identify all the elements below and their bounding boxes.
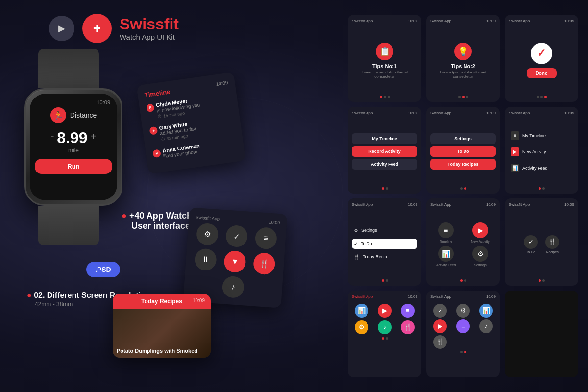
watch-run-icon: 🏃	[50, 107, 66, 123]
timeline-dot-1: +	[149, 126, 158, 135]
menu1-btn-record[interactable]: Record Activity	[352, 146, 417, 157]
tip2-dot-0	[458, 96, 461, 98]
wp-time-cc1: 10:09	[408, 294, 417, 299]
menu1-btn-feed[interactable]: Activity Feed	[352, 159, 417, 170]
icon-list-icon-0: ≡	[511, 131, 519, 140]
watch-band-bottom	[38, 206, 99, 245]
checklist-content: ⚙ Settings ✓ To Do 🍴 Today Recip.	[352, 210, 417, 279]
brand-text: Swissfit Watch App UI Kit	[120, 16, 179, 41]
cc2-btn-5[interactable]: ♪	[479, 319, 493, 333]
tip2-icon: 💡	[454, 43, 472, 60]
ig-item-3[interactable]: ⚙ Settings	[465, 246, 496, 267]
radial-btn-list[interactable]: ≡	[254, 227, 277, 250]
wp-time-done: 10:09	[564, 19, 574, 23]
watch-minus: -	[51, 131, 54, 142]
cc1-dot-0	[382, 337, 384, 340]
preview-color-circles2: Swissfit App 10:09 ✓ ⚙ 📊 ▶ ≡ ♪ 🍴	[426, 291, 500, 378]
done-dot-1	[540, 96, 543, 98]
plus-button[interactable]: +	[82, 14, 112, 43]
wp-header-todo: Swissfit App 10:09	[509, 202, 574, 207]
radial-btn-fork[interactable]: 🍴	[253, 252, 276, 275]
icon-list-item-2[interactable]: 📊 Activity Feed	[509, 162, 574, 174]
cc1-btn-4[interactable]: ♪	[378, 320, 392, 334]
wp-time-tips1: 10:09	[408, 19, 417, 23]
cc1-btn-1[interactable]: ▶	[378, 304, 392, 318]
play-button[interactable]: ▶	[49, 16, 74, 41]
cc2-btn-0[interactable]: ✓	[433, 304, 447, 318]
menu1-btn-timeline[interactable]: My Timeline	[352, 133, 417, 144]
ig-item-1[interactable]: ▶ New Activity	[465, 222, 496, 243]
wp-header-icon-list: Swissfit App 10:09	[509, 111, 574, 115]
radial-btn-pause[interactable]: ⏸	[194, 248, 217, 271]
icon-list-item-1[interactable]: ▶ New Activity	[509, 146, 574, 158]
ig-label-0: Timeline	[440, 240, 452, 243]
cc2-dot-0	[460, 351, 463, 353]
cc2-btn-2[interactable]: 📊	[479, 304, 493, 318]
wp-time-tips2: 10:09	[486, 19, 496, 23]
wp-time-menu1: 10:09	[408, 111, 417, 115]
tip2-dots	[430, 96, 496, 98]
menu1-dots	[352, 187, 417, 190]
menu2-dot-0	[460, 187, 463, 190]
cc1-btn-2[interactable]: ≡	[401, 304, 415, 318]
radial-card: Swissfit App 10:09 ⚙ ✓ ≡ ⏸ ▼ 🍴 ♪	[183, 207, 288, 308]
todo-dot-0	[539, 279, 541, 282]
watch-icon-row: 🏃 Distance	[50, 107, 97, 123]
radial-btn-check[interactable]: ✓	[225, 225, 248, 248]
watch-distance-label: Distance	[70, 111, 97, 119]
cc1-btn-0[interactable]: 📊	[355, 304, 368, 318]
wp-app-icon-grid: Swissfit App	[430, 202, 451, 207]
cc2-btn-1[interactable]: ⚙	[456, 304, 470, 318]
menu2-btn-todo[interactable]: To Do	[430, 146, 496, 157]
ig-dot-0	[460, 279, 463, 282]
menu1-content: My Timeline Record Activity Activity Fee…	[352, 118, 417, 188]
tip1-desc: Lorem ipsum dolor sitamet consectetur	[352, 70, 417, 79]
ig-item-2[interactable]: 📊 Activity Feed	[430, 246, 462, 267]
todo-label-recipes: Recipes	[546, 250, 558, 254]
recipes-header-wrapper: Today Recipes 10:09	[113, 294, 211, 309]
ig-btn-1: ▶	[472, 222, 488, 238]
preview-tips2: Swissfit App 10:09 💡 Tips No:2 Lorem ips…	[426, 15, 500, 102]
radial-btn-settings[interactable]: ⚙	[196, 222, 219, 245]
wp-time-cc2: 10:09	[486, 294, 496, 299]
cc1-btn-3[interactable]: ⚙	[355, 320, 368, 334]
menu2-btn-recipes[interactable]: Today Recipes	[430, 159, 496, 170]
il-dot-1	[542, 187, 545, 190]
ig-item-0[interactable]: ≡ Timeline	[430, 222, 462, 243]
cc1-btn-5[interactable]: 🍴	[401, 320, 415, 334]
radial-btn-music[interactable]: ♪	[221, 275, 245, 298]
check-item-2[interactable]: 🍴 Today Recip.	[352, 252, 417, 262]
feature-text: ● +40 App Watch User interfaces	[122, 211, 195, 231]
wp-app-cc2: Swissfit App	[430, 294, 451, 299]
cc2-grid-top: ✓ ⚙ 📊	[430, 304, 496, 318]
ig-label-1: New Activity	[471, 240, 490, 243]
todo-circle-todo: ✓	[524, 235, 538, 249]
check-item-0[interactable]: ⚙ Settings	[352, 225, 417, 236]
brand-name: Swissfit	[120, 16, 179, 32]
todo-item-recipes[interactable]: 🍴 Recipes	[545, 235, 559, 254]
icon-list-item-0[interactable]: ≡ My Timeline	[509, 129, 574, 142]
wp-app-checklist: Swissfit App	[352, 202, 373, 207]
wp-app-icon-list: Swissfit App	[509, 111, 530, 115]
todo-dot-1	[542, 279, 545, 282]
cc2-btn-6[interactable]: 🍴	[433, 335, 447, 349]
tip1-dot-1	[384, 96, 386, 98]
check-item-1[interactable]: ✓ To Do	[352, 239, 417, 249]
ig-dot-1	[464, 279, 466, 282]
wp-app-todo: Swissfit App	[509, 202, 530, 207]
check-icon-2: 🍴	[354, 254, 360, 260]
ig-label-3: Settings	[474, 263, 486, 267]
todo-item-todo[interactable]: ✓ To Do	[524, 235, 538, 254]
watch-body: 10:09 🏃 Distance - 8.99 + mile Run	[24, 88, 122, 206]
watch-distance-value: 8.99	[57, 129, 87, 147]
wp-header-tips1: Swissfit App 10:09	[352, 19, 417, 23]
watch-run-button[interactable]: Run	[35, 159, 112, 174]
radial-btn-play[interactable]: ▼	[223, 250, 246, 273]
done-button[interactable]: Done	[527, 68, 557, 78]
menu2-btn-settings[interactable]: Settings	[430, 133, 496, 144]
done-dot-2	[544, 96, 547, 98]
cc2-btn-4[interactable]: ≡	[456, 319, 470, 333]
cc2-btn-3[interactable]: ▶	[433, 319, 447, 333]
radial-app: Swissfit App	[196, 215, 220, 221]
preview-todo-grid: Swissfit App 10:09 ✓ To Do 🍴 Recipes	[505, 198, 578, 286]
